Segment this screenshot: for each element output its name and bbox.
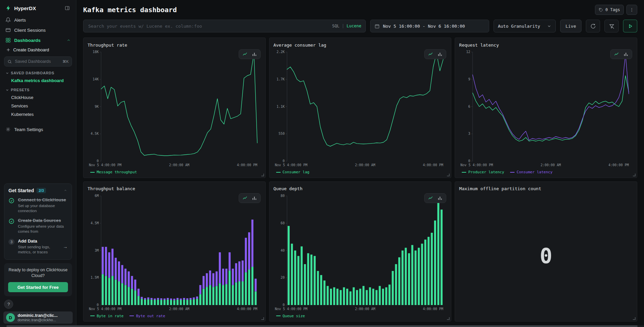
legend-item[interactable]: Byte out rate: [129, 314, 165, 318]
sql-toggle[interactable]: SQL: [332, 24, 339, 28]
chart-type-toggle: [424, 49, 446, 59]
event-search-box[interactable]: SQL | Lucene: [83, 20, 366, 32]
saved-dashboards-search[interactable]: ⌘K: [4, 56, 72, 67]
sidebar-item-label: Client Sessions: [14, 28, 46, 33]
filter-button[interactable]: [604, 20, 619, 32]
resize-handle[interactable]: [447, 174, 450, 176]
user-email: dominic.tran@clickho...: [18, 318, 57, 322]
presets-section-header[interactable]: PRESETS: [3, 85, 73, 93]
run-query-button[interactable]: [623, 20, 637, 32]
shortcut-badge: ⌘K: [63, 59, 69, 64]
bar-chart-icon[interactable]: [252, 52, 257, 57]
svg-text:2:00:00 AM: 2:00:00 AM: [355, 307, 375, 311]
event-search-input[interactable]: [88, 23, 329, 29]
chart-title: Throughput rate: [88, 43, 127, 48]
svg-text:2:00:00 AM: 2:00:00 AM: [541, 163, 561, 167]
brand-row: HyperDX: [3, 3, 73, 15]
svg-text:2:00:00 AM: 2:00:00 AM: [169, 307, 189, 311]
help-button[interactable]: ?: [4, 300, 13, 309]
chart-title: Average consumer lag: [273, 43, 327, 48]
line-chart-icon[interactable]: [242, 196, 247, 201]
line-chart-icon[interactable]: [242, 52, 247, 57]
live-button[interactable]: Live: [560, 20, 581, 32]
get-started-step-connect[interactable]: Connect to ClickHouse Set up your databa…: [8, 197, 68, 213]
svg-text:Nov 5 4:00:00 PM: Nov 5 4:00:00 PM: [460, 163, 493, 167]
resize-handle[interactable]: [261, 317, 264, 320]
bar-chart-icon[interactable]: [623, 52, 628, 57]
chevron-down-icon: [547, 24, 551, 28]
legend-label: Consumer latency: [517, 170, 552, 174]
resize-handle[interactable]: [633, 317, 636, 320]
svg-text:3: 3: [468, 132, 470, 135]
svg-text:4:00:00 PM: 4:00:00 PM: [423, 307, 443, 311]
progress-badge: 2/3: [37, 188, 46, 193]
saved-dashboards-search-input[interactable]: [14, 59, 60, 64]
legend-item[interactable]: Byte in rate: [90, 314, 123, 318]
sidebar-item-kafka-dashboard[interactable]: Kafka metrics dashboard: [3, 76, 73, 85]
user-menu[interactable]: D dominic.tran@clic... dominic.tran@clic…: [3, 311, 73, 324]
bar-chart-icon[interactable]: [437, 52, 443, 57]
legend-label: Queue size: [283, 314, 305, 318]
cloud-promo-card: Ready to deploy on ClickHouse Cloud? Get…: [4, 263, 72, 296]
chart-type-toggle: [424, 193, 446, 203]
granularity-select[interactable]: Auto Granularity: [494, 20, 556, 32]
get-started-free-button[interactable]: Get Started for Free: [8, 282, 68, 292]
svg-text:12: 12: [466, 50, 470, 54]
queue-depth-chart[interactable]: 020406080Nov 5 4:00:00 PM2:00:00 AM4:00:…: [273, 193, 447, 312]
get-started-step-sources[interactable]: Create Data Sources Configure where your…: [8, 218, 68, 234]
request-latency-chart[interactable]: 036912Nov 5 4:00:00 PM2:00:00 AM4:00:00 …: [459, 49, 633, 168]
resize-handle[interactable]: [447, 317, 450, 320]
sidebar-item-services[interactable]: Services: [3, 102, 73, 110]
consumer-lag-chart[interactable]: 05501.1K1.7K2.2KNov 5 4:00:00 PM2:00:00 …: [273, 49, 447, 168]
svg-text:Nov 5 4:00:00 PM: Nov 5 4:00:00 PM: [89, 307, 121, 311]
live-label: Live: [566, 24, 576, 29]
kebab-icon: ⋮: [630, 7, 634, 12]
big-number-value: 0: [540, 244, 552, 268]
sidebar-item-clickhouse[interactable]: ClickHouse: [3, 93, 73, 102]
team-settings-button[interactable]: Team Settings: [3, 124, 73, 135]
resize-handle[interactable]: [261, 174, 264, 176]
horizontal-scrollbar[interactable]: [0, 325, 644, 327]
tags-button[interactable]: 0 Tags: [595, 5, 624, 15]
chart-legend: Message throughput: [88, 168, 261, 176]
sidebar-item-dashboards[interactable]: Dashboards: [3, 35, 73, 45]
lucene-toggle[interactable]: Lucene: [347, 24, 361, 28]
page-title: Kafka metrics dashboard: [83, 6, 177, 14]
sidebar-collapse-button[interactable]: [64, 5, 71, 11]
scrollbar-thumb[interactable]: [6, 325, 638, 327]
throughput-rate-chart[interactable]: 04.5K9K14K18KNov 5 4:00:00 PM2:00:00 AM4…: [88, 49, 261, 168]
svg-text:Nov 5 4:00:00 PM: Nov 5 4:00:00 PM: [89, 163, 121, 167]
get-started-step-add-data[interactable]: 3 Add Data Start sending logs, metrics, …: [8, 238, 68, 255]
date-range-picker[interactable]: Nov 5 16:00:00 - Nov 6 16:00:00: [370, 20, 489, 32]
resize-handle[interactable]: [633, 174, 636, 176]
legend-label: Byte in rate: [97, 314, 123, 318]
legend-item[interactable]: Message throughput: [90, 170, 137, 174]
legend-item[interactable]: Consumer latency: [510, 170, 552, 174]
bar-chart-icon[interactable]: [252, 196, 257, 201]
svg-text:40: 40: [281, 248, 285, 252]
line-chart-icon[interactable]: [428, 196, 433, 201]
line-chart-icon[interactable]: [428, 52, 433, 57]
sidebar-item-alerts[interactable]: Alerts: [3, 15, 73, 25]
svg-text:0: 0: [97, 303, 99, 307]
bar-chart-icon[interactable]: [437, 196, 443, 201]
svg-text:0: 0: [283, 303, 285, 307]
legend-item[interactable]: Queue size: [276, 314, 305, 318]
legend-item[interactable]: Consumer lag: [276, 170, 309, 174]
section-header-label: SAVED DASHBOARDS: [11, 71, 54, 75]
legend-item[interactable]: Producer latency: [462, 170, 504, 174]
chevron-up-icon[interactable]: [63, 188, 68, 193]
saved-dashboards-section-header[interactable]: SAVED DASHBOARDS: [3, 68, 73, 76]
brand-name: HyperDX: [14, 5, 36, 11]
sidebar-item-client-sessions[interactable]: Client Sessions: [3, 25, 73, 35]
throughput-balance-chart[interactable]: 01.5M3M4.5M6MNov 5 4:00:00 PM2:00:00 AM4…: [88, 193, 261, 312]
svg-text:550: 550: [279, 132, 285, 135]
panel-average-consumer-lag: Average consumer lag 05501.1K1.7K2.2KNov…: [269, 37, 452, 178]
refresh-button[interactable]: [586, 20, 600, 32]
dashboard-menu-button[interactable]: ⋮: [626, 5, 637, 15]
create-dashboard-label: Create Dashboard: [13, 47, 49, 52]
sidebar-item-kubernetes[interactable]: Kubernetes: [3, 110, 73, 119]
svg-text:Nov 5 4:00:00 PM: Nov 5 4:00:00 PM: [275, 307, 307, 311]
create-dashboard-button[interactable]: Create Dashboard: [3, 45, 73, 54]
line-chart-icon[interactable]: [614, 52, 619, 57]
